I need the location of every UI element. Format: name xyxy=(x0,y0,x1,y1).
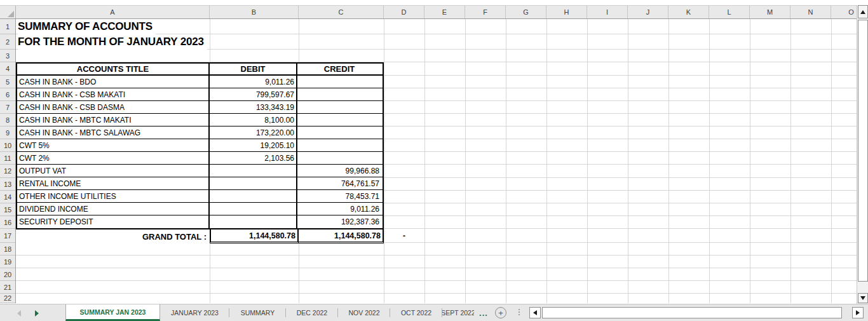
account-title-cell[interactable]: RENTAL INCOME xyxy=(17,177,210,189)
debit-cell[interactable]: 799,597.67 xyxy=(210,88,297,100)
column-header[interactable]: F xyxy=(465,6,506,18)
credit-cell[interactable]: 764,761.57 xyxy=(297,177,381,189)
credit-cell[interactable] xyxy=(297,88,381,100)
account-title-cell[interactable]: CASH IN BANK - CSB MAKATI xyxy=(17,88,210,100)
row-header[interactable]: 22 xyxy=(0,294,15,303)
add-sheet-button[interactable]: + xyxy=(495,307,506,318)
debit-cell[interactable] xyxy=(210,203,297,215)
sheet-tab[interactable]: NOV 2022 xyxy=(338,304,390,321)
accounts-title-header[interactable]: ACCOUNTS TITLE xyxy=(17,64,210,74)
scroll-up-button[interactable] xyxy=(858,5,868,18)
tab-scroll-left-button[interactable] xyxy=(15,310,23,317)
row-header[interactable]: 19 xyxy=(0,256,15,268)
credit-cell[interactable]: 99,966.88 xyxy=(297,165,381,177)
account-title-cell[interactable]: CASH IN BANK - BDO xyxy=(17,76,210,88)
report-title[interactable]: SUMMARY OF ACCOUNTS xyxy=(18,19,156,34)
account-title-cell[interactable]: CASH IN BANK - MBTC MAKATI xyxy=(17,114,210,126)
difference-cell[interactable]: - xyxy=(384,229,424,243)
credit-cell[interactable] xyxy=(297,101,381,113)
row-header[interactable]: 7 xyxy=(0,101,15,114)
credit-cell[interactable] xyxy=(297,114,381,126)
row-header[interactable]: 4 xyxy=(0,62,15,76)
credit-header[interactable]: CREDIT xyxy=(297,64,381,74)
debit-cell[interactable]: 173,220.00 xyxy=(210,126,297,139)
credit-cell[interactable] xyxy=(297,139,381,151)
sheet-tab[interactable]: OCT 2022 xyxy=(390,304,442,321)
row-header[interactable]: 10 xyxy=(0,139,15,152)
credit-cell[interactable]: 9,011.26 xyxy=(297,203,381,215)
account-title-cell[interactable]: SECURITY DEPOSIT xyxy=(17,215,210,228)
row-header[interactable]: 20 xyxy=(0,268,15,281)
debit-cell[interactable] xyxy=(210,215,297,228)
column-header[interactable]: A xyxy=(16,6,210,18)
account-title-cell[interactable]: CASH IN BANK - CSB DASMA xyxy=(17,101,210,113)
credit-cell[interactable] xyxy=(297,126,381,139)
tab-scroll-right-button[interactable] xyxy=(33,310,41,317)
scroll-left-button[interactable] xyxy=(529,307,541,318)
row-header[interactable]: 12 xyxy=(0,165,15,178)
horizontal-scrollbar-thumb[interactable] xyxy=(542,307,842,318)
horizontal-scrollbar-track[interactable] xyxy=(842,307,852,318)
credit-cell[interactable] xyxy=(297,152,381,164)
debit-cell[interactable]: 8,100.00 xyxy=(210,114,297,126)
grand-total-credit[interactable]: 1,144,580.78 xyxy=(299,229,384,243)
account-title-cell[interactable]: CASH IN BANK - MBTC SALAWAG xyxy=(17,126,210,139)
row-header[interactable]: 11 xyxy=(0,152,15,165)
column-header[interactable]: L xyxy=(709,6,750,18)
column-header[interactable]: O xyxy=(831,6,857,18)
select-all-button[interactable] xyxy=(0,6,16,18)
report-period[interactable]: FOR THE MONTH OF JANUARY 2023 xyxy=(18,34,207,50)
credit-cell[interactable]: 192,387.36 xyxy=(297,215,381,228)
row-header[interactable]: 13 xyxy=(0,178,15,191)
column-header[interactable]: D xyxy=(384,6,424,18)
debit-cell[interactable]: 2,103.56 xyxy=(210,152,297,164)
scroll-right-button[interactable] xyxy=(852,307,864,318)
row-header[interactable]: 17 xyxy=(0,229,15,243)
row-header[interactable]: 15 xyxy=(0,203,15,216)
row-header[interactable]: 2 xyxy=(0,34,15,50)
row-header[interactable]: 8 xyxy=(0,114,15,126)
scroll-down-button[interactable] xyxy=(858,293,868,303)
column-header[interactable]: H xyxy=(546,6,587,18)
column-header[interactable]: E xyxy=(424,6,465,18)
column-header[interactable]: C xyxy=(299,6,384,18)
account-title-cell[interactable]: OTHER INCOME UTILITIES xyxy=(17,190,210,202)
column-header[interactable]: G xyxy=(506,6,546,18)
credit-cell[interactable] xyxy=(297,76,381,88)
column-header[interactable]: M xyxy=(750,6,790,18)
row-header[interactable]: 9 xyxy=(0,126,15,139)
grand-total-label[interactable]: GRAND TOTAL : xyxy=(16,229,210,243)
debit-cell[interactable]: 19,205.10 xyxy=(210,139,297,151)
grand-total-debit[interactable]: 1,144,580.78 xyxy=(210,229,299,243)
row-header[interactable]: 21 xyxy=(0,281,15,294)
hidden-tabs-ellipsis[interactable]: ... xyxy=(477,304,491,321)
drag-handle-dots[interactable] xyxy=(519,309,520,315)
row-header[interactable]: 18 xyxy=(0,243,15,256)
column-header[interactable]: I xyxy=(587,6,628,18)
sheet-tab[interactable]: DEC 2022 xyxy=(286,304,338,321)
debit-header[interactable]: DEBIT xyxy=(210,64,297,74)
column-header[interactable]: N xyxy=(790,6,831,18)
debit-cell[interactable]: 9,011.26 xyxy=(210,76,297,88)
credit-cell[interactable]: 78,453.71 xyxy=(297,190,381,202)
debit-cell[interactable]: 133,343.19 xyxy=(210,101,297,113)
account-title-cell[interactable]: CWT 2% xyxy=(17,152,210,164)
row-header[interactable]: 5 xyxy=(0,76,15,88)
debit-cell[interactable] xyxy=(210,177,297,189)
debit-cell[interactable] xyxy=(210,165,297,177)
vertical-scrollbar-thumb[interactable] xyxy=(858,20,868,282)
sheet-tab[interactable]: SUMMARY JAN 2023 xyxy=(65,304,160,321)
account-title-cell[interactable]: CWT 5% xyxy=(17,139,210,151)
row-header[interactable]: 16 xyxy=(0,216,15,229)
vertical-scrollbar[interactable] xyxy=(857,5,868,304)
column-header[interactable]: K xyxy=(668,6,709,18)
sheet-tab[interactable]: SUMMARY xyxy=(229,304,286,321)
column-header[interactable]: B xyxy=(210,6,299,18)
sheet-tab[interactable]: SEPT 2022 xyxy=(442,304,474,321)
sheet-tab[interactable]: JANUARY 2023 xyxy=(160,304,229,321)
debit-cell[interactable] xyxy=(210,190,297,202)
row-header[interactable]: 6 xyxy=(0,88,15,101)
row-header[interactable]: 1 xyxy=(0,19,15,34)
row-header[interactable]: 3 xyxy=(0,50,15,62)
account-title-cell[interactable]: OUTPUT VAT xyxy=(17,165,210,177)
